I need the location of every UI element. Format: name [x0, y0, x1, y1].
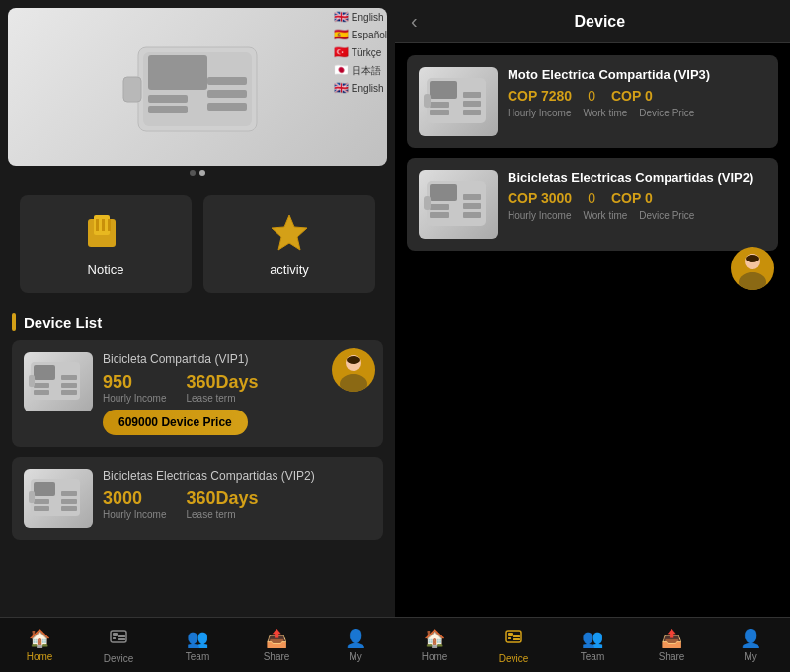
svg-rect-49: [430, 184, 457, 201]
activity-icon: [268, 211, 311, 255]
team-icon-right: 👥: [582, 628, 603, 649]
svg-rect-41: [430, 81, 457, 99]
device-list-section: Device List Bi: [0, 305, 395, 617]
activity-button[interactable]: activity: [203, 195, 375, 293]
nav-home-right[interactable]: 🏠 Home: [395, 618, 474, 672]
svg-rect-26: [347, 356, 360, 364]
right-bottom-nav: 🏠 Home Device 👥 Team 📤 Share: [395, 617, 790, 672]
svg-rect-7: [207, 103, 247, 111]
back-button[interactable]: ‹: [411, 10, 418, 33]
svg-rect-55: [424, 196, 431, 210]
nav-share-left[interactable]: 📤 Share: [237, 618, 316, 672]
svg-rect-22: [29, 375, 35, 387]
right-cop-1: COP 7280: [508, 88, 572, 104]
right-label3-2: Device Price: [639, 210, 694, 221]
right-device-thumb-1: [419, 67, 498, 136]
device-label-left: Device: [104, 653, 134, 664]
device-card-1[interactable]: Bicicleta Compartida (VIP1) 950 Hourly I…: [12, 340, 383, 447]
right-stat-labels-2: Hourly Income Work time Device Price: [508, 210, 766, 221]
svg-rect-44: [463, 92, 481, 98]
svg-rect-31: [61, 491, 77, 496]
nav-my-right[interactable]: 👤 My: [711, 618, 790, 672]
right-device-thumb-2: [419, 170, 498, 239]
right-device-info-1: Moto Electrica Compartida (VIP3) COP 728…: [508, 67, 766, 118]
share-icon-left: 📤: [266, 628, 287, 649]
lang-turkish[interactable]: 🇹🇷 Türkçe: [334, 43, 382, 61]
hourly-income-2: 3000: [103, 488, 166, 509]
svg-rect-18: [34, 390, 49, 395]
nav-home-left[interactable]: 🏠 Home: [0, 618, 79, 672]
my-label-right: My: [744, 651, 756, 662]
svg-rect-11: [96, 219, 99, 231]
svg-rect-63: [514, 635, 520, 637]
nav-team-left[interactable]: 👥 Team: [158, 618, 237, 672]
language-selector[interactable]: 🇬🇧 English 🇪🇸 Español 🇹🇷 Türkçe 🇯🇵 日本語 🇬…: [334, 8, 387, 97]
lang-spanish[interactable]: 🇪🇸 Español: [334, 26, 387, 43]
price-btn-1[interactable]: 609000 Device Price: [103, 410, 248, 435]
svg-rect-50: [430, 204, 449, 210]
right-label2-2: Work time: [583, 210, 627, 221]
svg-rect-61: [508, 633, 513, 636]
right-label2-1: Work time: [583, 108, 627, 118]
nav-device-left[interactable]: Device: [79, 618, 158, 672]
team-icon-left: 👥: [187, 628, 208, 649]
hourly-income-1: 950: [103, 372, 166, 393]
dot-1: [190, 170, 196, 176]
home-icon-left: 🏠: [29, 628, 50, 649]
right-cop-right-1: COP 0: [611, 88, 653, 104]
my-icon-right: 👤: [740, 628, 761, 649]
activity-label: activity: [270, 262, 309, 277]
svg-rect-53: [463, 203, 481, 209]
svg-rect-47: [424, 94, 431, 108]
home-icon-right: 🏠: [424, 628, 445, 649]
svg-rect-33: [61, 506, 77, 511]
right-cop-right-2: COP 0: [611, 190, 653, 206]
my-label-left: My: [349, 651, 361, 662]
flag-jp: 🇯🇵: [334, 61, 349, 79]
share-icon-right: 📤: [661, 628, 682, 649]
right-label3-1: Device Price: [639, 108, 694, 118]
svg-rect-43: [430, 110, 449, 115]
device-card-2[interactable]: Bicicletas Electricas Compartidas (VIP2)…: [12, 457, 383, 540]
right-device-name-2: Bicicletas Electricas Compartidas (VIP2): [508, 170, 766, 185]
notice-button[interactable]: Notice: [20, 195, 192, 293]
svg-rect-39: [118, 638, 125, 640]
device-name-2: Bicicletas Electricas Compartidas (VIP2): [103, 469, 371, 483]
device-card-header-2: Bicicletas Electricas Compartidas (VIP2)…: [24, 469, 371, 528]
svg-rect-54: [463, 212, 481, 218]
right-content: Moto Electrica Compartida (VIP3) COP 728…: [395, 43, 790, 617]
right-avatar: [731, 247, 774, 290]
team-label-right: Team: [581, 651, 604, 662]
right-device-card-2[interactable]: Bicicletas Electricas Compartidas (VIP2)…: [407, 158, 778, 251]
nav-my-left[interactable]: 👤 My: [316, 618, 395, 672]
svg-rect-4: [148, 106, 188, 113]
right-panel-wrapper: ‹ Device Moto Electrica Compartida (VIP3…: [395, 0, 790, 672]
svg-rect-20: [61, 383, 77, 388]
hero-device-image: [118, 28, 276, 146]
lease-value-2: 360Days: [186, 488, 258, 509]
lang-label-2: Español: [352, 28, 387, 42]
right-zero-2: 0: [588, 190, 595, 206]
lang-label-1: English: [352, 10, 384, 25]
svg-rect-21: [61, 390, 77, 395]
nav-share-right[interactable]: 📤 Share: [632, 618, 711, 672]
right-device-card-1[interactable]: Moto Electrica Compartida (VIP3) COP 728…: [407, 55, 778, 148]
nav-device-right[interactable]: Device: [474, 618, 553, 672]
device-thumb-1: [24, 352, 93, 411]
lang-label-4: 日本語: [352, 63, 381, 78]
device-stats-2: 3000 Hourly Income 360Days Lease term: [103, 488, 371, 520]
lease-value-1: 360Days: [186, 372, 258, 393]
svg-rect-52: [463, 194, 481, 200]
hourly-label-1: Hourly Income: [103, 393, 166, 404]
hero-section: 🇬🇧 English 🇪🇸 Español 🇹🇷 Türkçe 🇯🇵 日本語 🇬…: [0, 0, 395, 184]
hero-image: [8, 8, 387, 166]
nav-team-right[interactable]: 👥 Team: [553, 618, 632, 672]
svg-rect-17: [34, 383, 49, 388]
lang-english-2[interactable]: 🇬🇧 English: [334, 79, 384, 97]
right-header: ‹ Device: [395, 0, 790, 43]
right-title: Device: [426, 13, 774, 31]
flag-tr: 🇹🇷: [334, 43, 349, 61]
avatar-1: [332, 348, 375, 392]
lang-english[interactable]: 🇬🇧 English: [334, 8, 384, 26]
lang-japanese[interactable]: 🇯🇵 日本語: [334, 61, 381, 79]
